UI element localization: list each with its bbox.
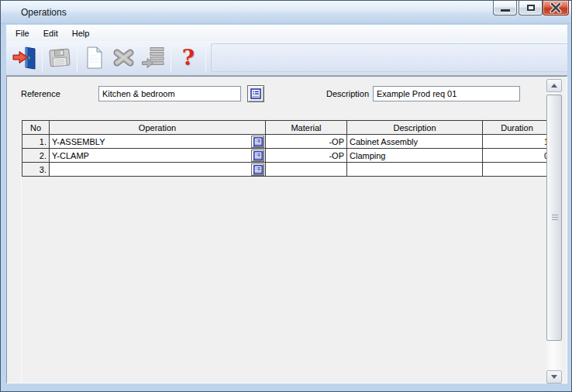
duration-cell[interactable]: 0 — [483, 149, 552, 163]
operations-grid: No Operation Material Description Durati… — [22, 120, 552, 177]
operations-window: Operations File Edit Help — [0, 0, 572, 392]
vertical-scrollbar[interactable] — [546, 79, 562, 383]
help-button[interactable]: ? — [174, 43, 203, 73]
operation-value: Y-CLAMP — [52, 151, 89, 160]
description-label: Description — [326, 89, 369, 98]
col-header-material: Material — [266, 121, 347, 135]
chevron-down-icon — [551, 375, 557, 379]
table-row: 1. Y-ASSEMBLY -OP Cabinet Assembly 1 — [22, 135, 552, 149]
close-icon — [549, 2, 563, 13]
material-cell[interactable]: -OP — [266, 149, 347, 163]
reference-input[interactable] — [98, 86, 241, 101]
new-button[interactable] — [80, 43, 109, 73]
material-cell[interactable]: -OP — [266, 135, 347, 149]
toolbar-empty-band — [211, 43, 567, 72]
table-row: 3. — [22, 163, 552, 177]
minimize-button[interactable] — [493, 1, 517, 15]
insert-row-button[interactable] — [139, 43, 168, 73]
toolbar-separator — [77, 43, 78, 73]
help-question-icon: ? — [182, 47, 195, 69]
titlebar[interactable]: Operations — [1, 1, 571, 24]
duration-cell[interactable]: 1 — [483, 135, 552, 149]
description-cell[interactable]: Cabinet Assembly — [347, 135, 483, 149]
col-header-duration: Duration — [483, 121, 552, 135]
toolbar: ? — [6, 41, 567, 76]
toolbar-separator — [42, 43, 43, 73]
operation-cell[interactable]: Y-ASSEMBLY — [50, 135, 266, 149]
minimize-icon — [501, 9, 510, 12]
exit-door-icon — [12, 45, 38, 71]
chevron-up-icon — [551, 84, 557, 88]
description-cell[interactable]: Clamping — [347, 149, 483, 163]
insert-rows-icon — [140, 45, 167, 71]
menu-bar: File Edit Help — [6, 25, 567, 41]
restore-icon — [527, 5, 535, 11]
grid-header-row: No Operation Material Description Durati… — [22, 121, 552, 135]
save-button[interactable] — [45, 43, 74, 73]
col-header-no: No — [22, 121, 50, 135]
reference-label: Reference — [21, 89, 60, 98]
col-header-operation: Operation — [50, 121, 266, 135]
scroll-up-button[interactable] — [546, 79, 562, 92]
col-header-description: Description — [347, 121, 483, 135]
operation-value: Y-ASSEMBLY — [52, 137, 105, 146]
duration-cell[interactable] — [483, 163, 552, 177]
scrollbar-grip-icon — [552, 215, 558, 221]
new-document-icon — [81, 45, 108, 71]
scroll-down-button[interactable] — [546, 370, 562, 383]
row-number-cell: 2. — [22, 149, 50, 163]
delete-x-icon — [111, 45, 137, 71]
lookup-list-icon — [253, 151, 263, 160]
delete-button[interactable] — [109, 43, 139, 73]
operation-lookup-button[interactable] — [251, 136, 264, 148]
menu-help[interactable]: Help — [65, 26, 97, 40]
description-cell[interactable] — [347, 163, 483, 177]
menu-edit[interactable]: Edit — [36, 26, 65, 40]
material-cell[interactable] — [266, 163, 347, 177]
exit-button[interactable] — [10, 43, 40, 73]
operation-cell[interactable]: Y-CLAMP — [50, 149, 266, 163]
row-number-cell: 1. — [22, 135, 50, 149]
menu-file[interactable]: File — [9, 26, 36, 40]
lookup-list-icon — [253, 137, 263, 146]
operation-cell[interactable] — [50, 163, 266, 177]
window-title: Operations — [21, 7, 67, 18]
scrollbar-thumb[interactable] — [546, 95, 562, 341]
close-button[interactable] — [543, 1, 569, 15]
toolbar-separator — [205, 43, 206, 73]
toolbar-separator — [171, 43, 171, 73]
table-row: 2. Y-CLAMP -OP Clamping 0 — [22, 149, 552, 163]
reference-lookup-button[interactable] — [247, 85, 264, 102]
row-number-cell: 3. — [22, 163, 50, 177]
lookup-list-icon — [253, 165, 263, 174]
content-panel: Reference Description No Operation Mater… — [6, 76, 567, 383]
lookup-list-icon — [250, 88, 261, 99]
save-floppy-icon — [47, 45, 73, 71]
operation-lookup-button[interactable] — [251, 163, 264, 176]
operation-lookup-button[interactable] — [251, 150, 264, 162]
description-input[interactable] — [373, 86, 520, 101]
restore-button[interactable] — [519, 1, 543, 15]
